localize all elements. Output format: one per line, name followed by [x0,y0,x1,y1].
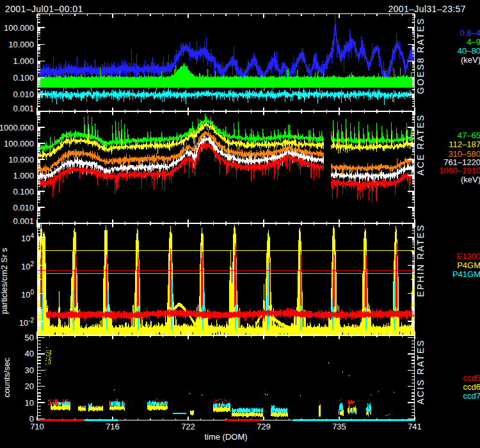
svg-text:112–187: 112–187 [449,140,480,149]
svg-text:1.000: 1.000 [13,171,34,180]
svg-text:0.100: 0.100 [13,73,34,83]
svg-text:P4GM: P4GM [457,260,480,270]
svg-text:ccd7: ccd7 [463,391,480,401]
svg-text:1060–1910: 1060–1910 [439,166,480,175]
svg-text:10.000: 10.000 [8,155,34,164]
svg-text:40–80: 40–80 [458,46,480,56]
svg-text:40: 40 [25,349,34,358]
svg-text:0.010: 0.010 [13,203,34,212]
svg-text:4–9: 4–9 [467,37,480,47]
svg-text:0.010: 0.010 [13,90,34,99]
svg-text:GOES8 RATES: GOES8 RATES [415,17,426,94]
svg-text:741: 741 [408,422,422,431]
svg-text:0.100: 0.100 [13,187,34,196]
svg-text:0.8–4: 0.8–4 [460,28,480,38]
svg-text:0.001: 0.001 [13,104,34,113]
svg-text:P41GM: P41GM [452,269,480,279]
svg-text:(keV): (keV) [461,55,480,65]
svg-text:ccd6: ccd6 [463,382,480,392]
svg-text:716: 716 [106,422,120,431]
svg-text:0.001: 0.001 [13,216,34,226]
svg-text:1.000: 1.000 [13,56,34,66]
svg-text:100.000: 100.000 [4,139,34,148]
svg-text:2001–Jul01–00:01: 2001–Jul01–00:01 [5,4,83,14]
svg-text:ccd5: ccd5 [463,373,480,383]
svg-text:20: 20 [25,381,34,391]
svg-text:1000.000: 1000.000 [0,123,34,132]
svg-text:(keV): (keV) [461,175,480,184]
svg-text:ACIS RATES: ACIS RATES [415,339,426,404]
svg-text:722: 722 [181,422,195,431]
svg-text:time (DOM): time (DOM) [204,432,247,442]
svg-text:30: 30 [25,365,34,375]
svg-text:EPHIN RATES: EPHIN RATES [415,224,426,297]
svg-text:particles/cm2 Sr s: particles/cm2 Sr s [0,248,9,314]
svg-text:47–65: 47–65 [458,131,480,140]
svg-text:735: 735 [332,422,346,431]
svg-text:2001–Jul31–23:57: 2001–Jul31–23:57 [388,4,466,14]
svg-text:10: 10 [25,398,34,408]
svg-text:10.000: 10.000 [8,40,34,49]
svg-text:E1300: E1300 [456,252,480,261]
svg-text:counts/sec: counts/sec [2,357,12,397]
svg-text:729: 729 [257,422,271,431]
svg-text:100.000: 100.000 [4,23,34,33]
svg-text:710: 710 [30,422,44,431]
svg-text:ACE RATES: ACE RATES [415,114,426,175]
svg-text:50: 50 [25,333,34,342]
